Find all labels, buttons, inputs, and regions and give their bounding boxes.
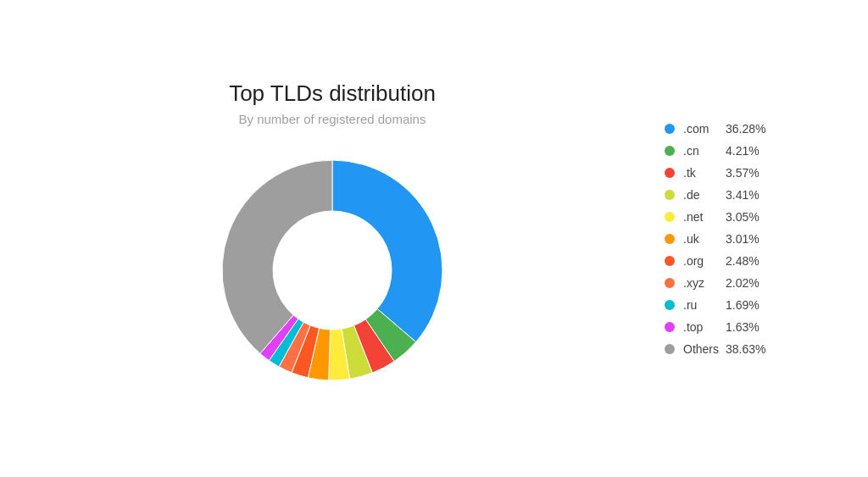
chart-title: Top TLDs distribution (229, 80, 436, 107)
legend-item: .com36.28% (665, 122, 834, 136)
legend-value: 2.48% (726, 254, 760, 268)
legend-dot (665, 212, 675, 222)
legend-value: 2.02% (726, 276, 760, 290)
legend-value: 3.41% (726, 188, 760, 202)
legend-item: .xyz2.02% (665, 276, 834, 290)
legend-dot (665, 234, 675, 244)
legend-dot (665, 344, 675, 354)
legend-label: .ru (683, 298, 717, 312)
legend-label: .uk (683, 232, 717, 246)
legend-item: .cn4.21% (665, 144, 834, 158)
legend-value: 3.57% (726, 166, 760, 180)
legend-value: 3.05% (726, 210, 760, 224)
legend-item: .top1.63% (665, 320, 834, 334)
legend-item: .ru1.69% (665, 298, 834, 312)
legend-item: .de3.41% (665, 188, 834, 202)
chart-section: Top TLDs distribution By number of regis… (34, 80, 631, 397)
legend-label: .cn (683, 144, 717, 158)
legend-label: Others (683, 342, 717, 356)
legend-item: .uk3.01% (665, 232, 834, 246)
legend-item: .net3.05% (665, 210, 834, 224)
legend-value: 1.69% (726, 298, 760, 312)
legend-label: .com (683, 122, 717, 136)
legend-label: .top (683, 320, 717, 334)
legend-value: 1.63% (726, 320, 760, 334)
legend-label: .org (683, 254, 717, 268)
legend-value: 38.63% (726, 342, 765, 356)
legend-dot (665, 256, 675, 266)
legend-label: .tk (683, 166, 717, 180)
legend-dot (665, 168, 675, 178)
legend-dot (665, 278, 675, 288)
legend-dot (665, 124, 675, 134)
legend-label: .xyz (683, 276, 717, 290)
legend-value: 36.28% (726, 122, 765, 136)
legend-value: 4.21% (726, 144, 760, 158)
legend-label: .net (683, 210, 717, 224)
legend-section: .com36.28%.cn4.21%.tk3.57%.de3.41%.net3.… (665, 122, 834, 356)
chart-subtitle: By number of registered domains (239, 112, 426, 126)
legend-value: 3.01% (726, 232, 760, 246)
legend-item: .tk3.57% (665, 166, 834, 180)
main-container: Top TLDs distribution By number of regis… (0, 0, 868, 477)
legend-item: .org2.48% (665, 254, 834, 268)
legend-dot (665, 322, 675, 332)
legend-dot (665, 146, 675, 156)
legend-item: Others38.63% (665, 342, 834, 356)
legend-dot (665, 190, 675, 200)
donut-chart (205, 143, 459, 397)
legend-label: .de (683, 188, 717, 202)
legend-dot (665, 300, 675, 310)
